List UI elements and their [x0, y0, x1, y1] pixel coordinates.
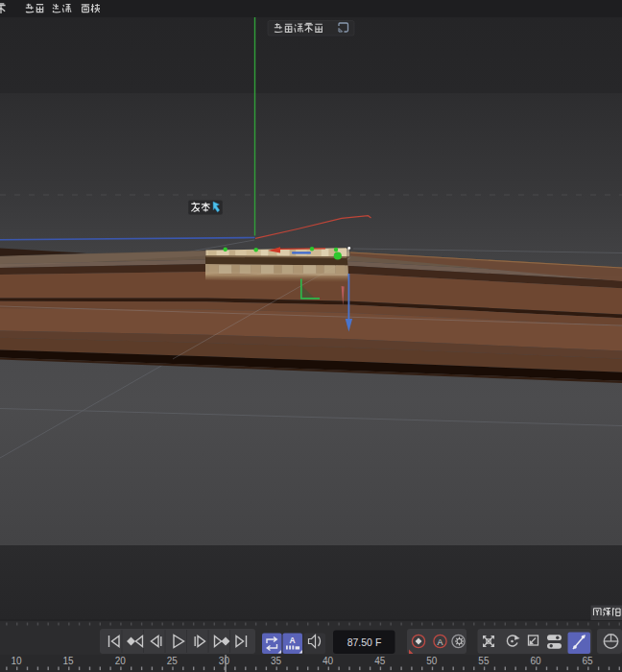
svg-text:20: 20: [115, 656, 127, 666]
svg-text:A: A: [289, 636, 295, 645]
svg-text:10: 10: [11, 656, 22, 666]
svg-text:50: 50: [426, 656, 438, 666]
svg-text:25: 25: [167, 656, 179, 666]
svg-text:A: A: [437, 637, 443, 647]
svg-text:35: 35: [271, 656, 282, 666]
svg-text:60: 60: [530, 656, 541, 666]
svg-text:30: 30: [219, 656, 230, 666]
svg-text:45: 45: [374, 656, 386, 666]
svg-text:15: 15: [63, 656, 75, 666]
svg-text:87.50 F: 87.50 F: [347, 636, 382, 648]
svg-text:40: 40: [323, 656, 334, 666]
svg-text:65: 65: [583, 656, 594, 666]
svg-text:55: 55: [478, 656, 490, 666]
